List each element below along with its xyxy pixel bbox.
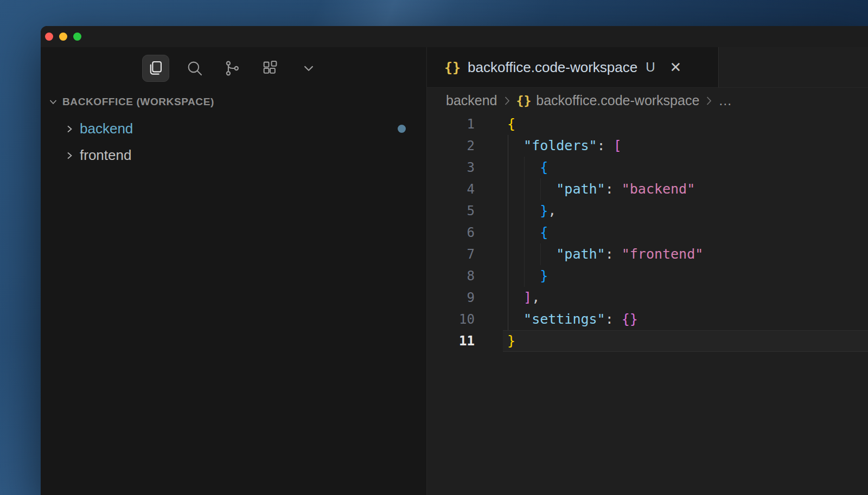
tab-backoffice-code-workspace[interactable]: {} backoffice.code-workspace U ✕ [427, 47, 719, 87]
code-lines: 1{2 "folders": [3 {4 "path": "backend"5 … [427, 113, 868, 352]
tree-item-frontend[interactable]: frontend [41, 142, 426, 169]
line-number: 8 [427, 265, 507, 287]
code-editor[interactable]: 1{2 "folders": [3 {4 "path": "backend"5 … [427, 113, 868, 352]
json-braces-icon: {} [444, 60, 461, 75]
line-number: 3 [427, 157, 507, 178]
breadcrumb: backend{}backoffice.code-workspace… [427, 88, 868, 113]
workspace-section-header[interactable]: BACKOFFICE (WORKSPACE) [48, 93, 214, 111]
code-line-4[interactable]: 4 "path": "backend" [427, 178, 868, 200]
code-line-9[interactable]: 9 ], [427, 287, 868, 308]
code-text: } [507, 265, 548, 287]
sidebar: BACKOFFICE (WORKSPACE) backendfrontend [41, 47, 427, 495]
code-text: { [507, 222, 548, 243]
code-line-8[interactable]: 8 } [427, 265, 868, 287]
code-text: "settings": {} [507, 308, 638, 330]
chevron-down-icon[interactable] [295, 55, 322, 82]
source-control-icon[interactable] [219, 55, 246, 82]
file-tree: backendfrontend [41, 115, 426, 169]
line-number: 4 [427, 178, 507, 200]
line-number: 2 [427, 135, 507, 157]
close-tab-icon[interactable]: ✕ [670, 60, 682, 74]
line-number: 5 [427, 200, 507, 222]
line-number: 10 [427, 308, 507, 330]
line-number: 7 [427, 243, 507, 265]
breadcrumb-item-label: backoffice.code-workspace [536, 93, 699, 108]
chevron-down-icon [48, 97, 58, 107]
titlebar[interactable] [41, 26, 868, 47]
code-text: { [507, 157, 548, 178]
code-text: }, [507, 200, 556, 222]
code-line-3[interactable]: 3 { [427, 157, 868, 178]
breadcrumb-item[interactable]: backend [446, 93, 497, 108]
json-braces-icon: {} [516, 94, 532, 108]
editor-pane: {} backoffice.code-workspace U ✕ backend… [427, 47, 868, 495]
breadcrumb-separator-icon [705, 95, 712, 106]
zoom-button[interactable] [73, 33, 81, 41]
breadcrumb-item[interactable]: … [718, 93, 732, 108]
code-line-2[interactable]: 2 "folders": [ [427, 135, 868, 157]
line-number: 9 [427, 287, 507, 308]
traffic-lights [45, 33, 81, 41]
close-button[interactable] [45, 33, 53, 41]
tree-item-label: backend [80, 120, 133, 137]
modified-dot [398, 125, 406, 133]
tree-item-backend[interactable]: backend [41, 115, 426, 142]
git-status-badge: U [646, 60, 655, 75]
tab-label: backoffice.code-workspace [468, 59, 637, 76]
code-text: "path": "backend" [507, 178, 695, 200]
vscode-window: BACKOFFICE (WORKSPACE) backendfrontend {… [41, 26, 868, 495]
code-text: { [507, 113, 515, 135]
breadcrumb-item-label: backend [446, 93, 497, 108]
code-text: ], [507, 287, 540, 308]
minimize-button[interactable] [59, 33, 67, 41]
line-number: 11 [427, 330, 507, 352]
chevron-right-icon [65, 151, 74, 160]
explorer-icon[interactable] [142, 55, 169, 82]
code-text: } [507, 330, 515, 352]
line-number: 1 [427, 113, 507, 135]
breadcrumb-item[interactable]: {}backoffice.code-workspace [516, 93, 700, 108]
breadcrumb-item-label: … [718, 93, 732, 108]
chevron-right-icon [65, 124, 74, 134]
code-text: "path": "frontend" [507, 243, 703, 265]
code-text: "folders": [ [507, 135, 622, 157]
tree-item-label: frontend [80, 147, 131, 164]
tab-bar: {} backoffice.code-workspace U ✕ [427, 47, 868, 88]
code-line-11[interactable]: 11} [427, 330, 868, 352]
code-line-7[interactable]: 7 "path": "frontend" [427, 243, 868, 265]
section-header-label: BACKOFFICE (WORKSPACE) [62, 96, 214, 108]
breadcrumb-separator-icon [503, 95, 510, 106]
code-line-1[interactable]: 1{ [427, 113, 868, 135]
search-icon[interactable] [181, 55, 208, 82]
code-line-5[interactable]: 5 }, [427, 200, 868, 222]
code-line-10[interactable]: 10 "settings": {} [427, 308, 868, 330]
code-line-6[interactable]: 6 { [427, 222, 868, 243]
line-number: 6 [427, 222, 507, 243]
extensions-icon[interactable] [257, 55, 284, 82]
